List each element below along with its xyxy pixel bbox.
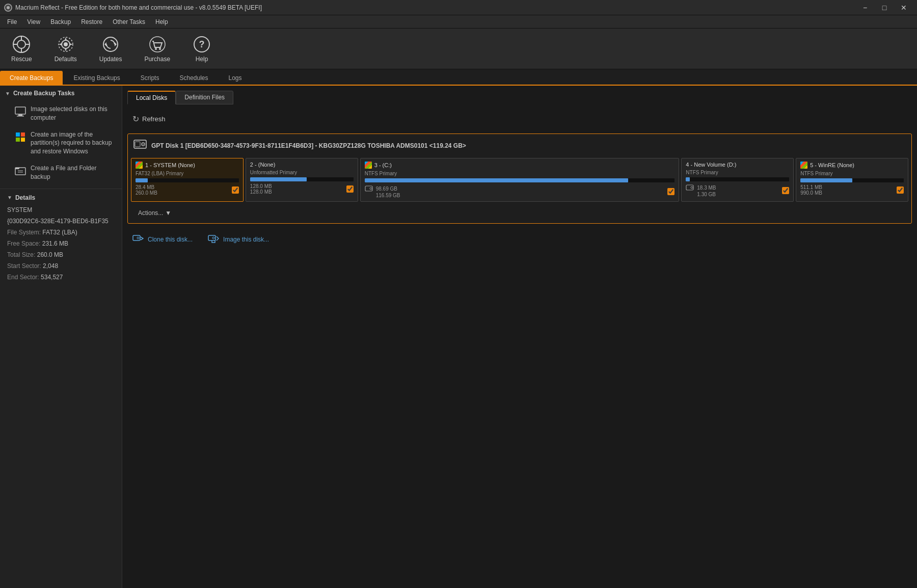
partition-4[interactable]: 4 - New Volume (D:) NTFS Primary bbox=[681, 158, 794, 202]
partition-3-checkbox[interactable] bbox=[667, 188, 675, 195]
partition-1[interactable]: 1 - SYSTEM (None) FAT32 (LBA) Primary 28… bbox=[131, 158, 244, 202]
menu-backup[interactable]: Backup bbox=[45, 17, 76, 26]
actions-row: Actions... ▼ bbox=[131, 206, 908, 220]
partition-2-checkbox[interactable] bbox=[346, 185, 354, 193]
svg-point-3 bbox=[17, 40, 25, 48]
actions-dropdown-icon: ▼ bbox=[165, 209, 171, 217]
tab-create-backups[interactable]: Create Backups bbox=[0, 71, 63, 85]
svg-point-16 bbox=[159, 48, 161, 50]
partition-4-size2: 1.30 GB bbox=[686, 192, 716, 197]
partition-2-bar-fill bbox=[250, 177, 307, 181]
refresh-button[interactable]: ↻ Refresh bbox=[128, 113, 170, 125]
partition-3-size-info: 98.69 GB 116.59 GB bbox=[365, 184, 400, 198]
partition-2[interactable]: 2 - (None) Unformatted Primary 128.0 MB … bbox=[246, 158, 358, 202]
partition-2-size-info: 128.0 MB 128.0 MB bbox=[250, 183, 272, 195]
partition-4-type: NTFS Primary bbox=[686, 170, 789, 175]
partition-3-type: NTFS Primary bbox=[365, 171, 675, 176]
details-header[interactable]: ▼ Details bbox=[7, 194, 117, 201]
app-icon bbox=[4, 4, 12, 12]
detail-end-sector: End Sector: 534,527 bbox=[7, 273, 117, 282]
detail-total-size-label: Total Size: bbox=[7, 251, 35, 258]
partition-3-header: 3 - (C:) bbox=[365, 162, 675, 169]
disk-container: GPT Disk 1 [EDB6D650-3487-4573-9F31-8711… bbox=[127, 133, 912, 224]
image-link[interactable]: Image this disk... bbox=[208, 234, 269, 245]
partition-3-size1: 98.69 GB bbox=[376, 186, 397, 192]
partition-5[interactable]: 5 - WinRE (None) NTFS Primary 511.1 MB 9… bbox=[796, 158, 908, 202]
sidebar-item-image-partition[interactable]: Create an image of the partition(s) requ… bbox=[0, 126, 122, 160]
menu-view[interactable]: View bbox=[22, 17, 45, 26]
detail-filesystem-value: FAT32 (LBA) bbox=[42, 229, 77, 236]
partition-4-bar-fill bbox=[686, 177, 690, 181]
toolbar-help-button[interactable]: ? Help bbox=[186, 33, 217, 65]
partition-2-size2: 128.0 MB bbox=[250, 189, 272, 195]
purchase-label: Purchase bbox=[144, 56, 170, 63]
clone-link[interactable]: Clone this disk... bbox=[132, 234, 193, 245]
partition-5-checkbox[interactable] bbox=[897, 186, 904, 194]
sidebar-item-image-selected-label: Image selected disks on this computer bbox=[31, 105, 117, 122]
rescue-icon bbox=[12, 35, 31, 54]
svg-point-40 bbox=[212, 237, 214, 239]
partition-4-checkbox[interactable] bbox=[782, 187, 789, 194]
toolbar-defaults-button[interactable]: Defaults bbox=[48, 33, 83, 65]
sidebar-section-header[interactable]: ▼ Create Backup Tasks bbox=[0, 86, 122, 101]
partition-5-sizes: 511.1 MB 990.0 MB bbox=[800, 184, 904, 196]
disk-icon bbox=[133, 138, 147, 153]
detail-start-sector-label: Start Sector: bbox=[7, 262, 41, 270]
detail-total-size-value: 260.0 MB bbox=[37, 251, 63, 258]
svg-rect-23 bbox=[21, 132, 25, 137]
partition-1-checkbox[interactable] bbox=[232, 186, 239, 194]
details-collapse-icon: ▼ bbox=[7, 195, 12, 200]
tab-definition-files[interactable]: Definition Files bbox=[176, 91, 233, 104]
details-section: ▼ Details SYSTEM {030D92C6-328E-4179-BED… bbox=[0, 189, 122, 289]
partition-5-type: NTFS Primary bbox=[800, 171, 904, 176]
close-button[interactable]: ✕ bbox=[895, 0, 913, 15]
sidebar-item-image-selected[interactable]: Image selected disks on this computer bbox=[0, 101, 122, 126]
partition-2-bar bbox=[250, 177, 354, 181]
title-text: Macrium Reflect - Free Edition for both … bbox=[15, 4, 262, 11]
svg-rect-19 bbox=[15, 107, 25, 114]
partition-3-win-icon bbox=[365, 162, 372, 169]
partition-4-size-info: 18.3 MB 1.30 GB bbox=[686, 183, 716, 197]
svg-rect-30 bbox=[135, 142, 140, 147]
tab-scripts[interactable]: Scripts bbox=[131, 71, 169, 85]
tab-local-disks[interactable]: Local Disks bbox=[127, 91, 176, 104]
refresh-icon: ↻ bbox=[132, 114, 139, 124]
actions-button[interactable]: Actions... ▼ bbox=[134, 208, 175, 218]
menu-restore[interactable]: Restore bbox=[76, 17, 107, 26]
toolbar-purchase-button[interactable]: Purchase bbox=[138, 33, 176, 65]
menu-other-tasks[interactable]: Other Tasks bbox=[107, 17, 150, 26]
tab-existing-backups[interactable]: Existing Backups bbox=[64, 71, 129, 85]
partition-5-bar bbox=[800, 178, 904, 182]
sidebar-item-image-partition-label: Create an image of the partition(s) requ… bbox=[31, 130, 117, 156]
clone-icon bbox=[132, 234, 144, 245]
refresh-label: Refresh bbox=[142, 115, 166, 123]
toolbar-updates-button[interactable]: Updates bbox=[93, 33, 128, 65]
details-label: Details bbox=[15, 194, 35, 201]
disk-title: GPT Disk 1 [EDB6D650-3487-4573-9F31-8711… bbox=[151, 142, 466, 149]
partition-3[interactable]: 3 - (C:) NTFS Primary bbox=[360, 158, 680, 202]
tab-schedules[interactable]: Schedules bbox=[170, 71, 218, 85]
sidebar-item-file-folder[interactable]: Create a File and Folder backup bbox=[0, 160, 122, 185]
svg-point-36 bbox=[691, 186, 693, 189]
toolbar-rescue-button[interactable]: Rescue bbox=[5, 33, 38, 65]
detail-total-size: Total Size: 260.0 MB bbox=[7, 250, 117, 259]
tab-logs[interactable]: Logs bbox=[219, 71, 252, 85]
maximize-button[interactable]: □ bbox=[875, 0, 894, 15]
image-icon bbox=[208, 234, 219, 245]
detail-guid: {030D92C6-328E-4179-BED6-B1F35 bbox=[7, 217, 117, 226]
menu-help[interactable]: Help bbox=[150, 17, 173, 26]
minimize-button[interactable]: − bbox=[856, 0, 874, 15]
svg-rect-21 bbox=[17, 116, 24, 117]
partition-1-size-info: 28.4 MB 260.0 MB bbox=[136, 184, 157, 196]
partition-3-bar bbox=[365, 178, 675, 182]
svg-rect-22 bbox=[16, 132, 20, 137]
title-controls: − □ ✕ bbox=[856, 0, 913, 15]
file-folder-icon bbox=[14, 165, 26, 177]
hdd-icon-3 bbox=[365, 184, 373, 193]
menu-file[interactable]: File bbox=[2, 17, 22, 26]
windows-icon bbox=[14, 131, 26, 143]
partition-4-size1: 18.3 MB bbox=[697, 185, 716, 191]
partition-1-size1: 28.4 MB bbox=[136, 184, 157, 190]
partition-3-size2: 116.59 GB bbox=[365, 193, 400, 198]
partitions-row: 1 - SYSTEM (None) FAT32 (LBA) Primary 28… bbox=[131, 158, 908, 202]
